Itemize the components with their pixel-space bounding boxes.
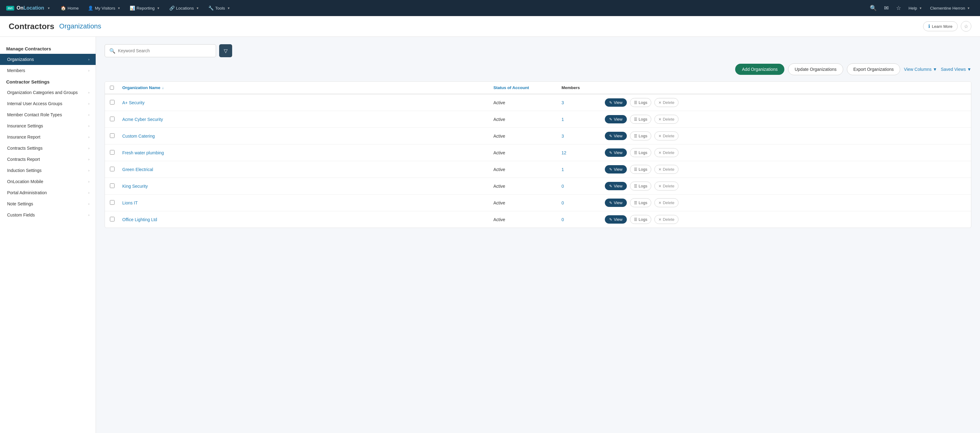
members-count[interactable]: 0 bbox=[562, 200, 564, 205]
help-menu[interactable]: Help ▼ bbox=[905, 3, 925, 13]
logo-dropdown-arrow[interactable]: ▼ bbox=[47, 6, 50, 10]
logs-label: Logs bbox=[639, 133, 647, 138]
bookmark-page-button[interactable]: ☆ bbox=[961, 21, 971, 32]
org-name-link[interactable]: Custom Catering bbox=[122, 133, 155, 138]
row-select-checkbox[interactable] bbox=[110, 150, 115, 155]
row-actions: ✎ View ☰ Logs ✕ Delete bbox=[600, 165, 971, 174]
sidebar-item-member-contact-roles[interactable]: Member Contact Role Types › bbox=[0, 109, 95, 120]
sort-icon[interactable]: ↓ bbox=[162, 86, 164, 90]
chevron-right-icon: › bbox=[88, 135, 89, 139]
sidebar-item-organizations[interactable]: Organizations › bbox=[0, 54, 95, 65]
sidebar-item-custom-fields[interactable]: Custom Fields › bbox=[0, 209, 95, 220]
members-count[interactable]: 12 bbox=[562, 150, 566, 155]
delete-button[interactable]: ✕ Delete bbox=[654, 215, 679, 224]
logs-button[interactable]: ☰ Logs bbox=[630, 132, 651, 140]
sidebar-item-insurance-settings[interactable]: Insurance Settings › bbox=[0, 120, 95, 132]
delete-button[interactable]: ✕ Delete bbox=[654, 165, 679, 174]
sidebar-item-contracts-report[interactable]: Contracts Report › bbox=[0, 154, 95, 165]
row-select-checkbox[interactable] bbox=[110, 200, 115, 205]
sidebar-item-internal-user-access[interactable]: Internal User Access Groups › bbox=[0, 98, 95, 109]
logs-button[interactable]: ☰ Logs bbox=[630, 198, 651, 207]
update-organizations-button[interactable]: Update Organizations bbox=[788, 63, 843, 75]
row-select-checkbox[interactable] bbox=[110, 117, 115, 121]
logs-button[interactable]: ☰ Logs bbox=[630, 182, 651, 190]
nav-home[interactable]: 🏠 Home bbox=[57, 3, 82, 13]
edit-icon: ✎ bbox=[609, 100, 612, 105]
delete-button[interactable]: ✕ Delete bbox=[654, 98, 679, 107]
user-menu[interactable]: Clementine Herron ▼ bbox=[926, 3, 974, 13]
filter-button[interactable]: ▽ bbox=[219, 44, 232, 57]
sidebar-item-insurance-report[interactable]: Insurance Report › bbox=[0, 132, 95, 143]
table-row: King Security Active 0 ✎ View ☰ Logs ✕ D… bbox=[105, 178, 971, 195]
row-select-checkbox[interactable] bbox=[110, 217, 115, 222]
sidebar-internal-user-label: Internal User Access Groups bbox=[7, 101, 62, 106]
row-actions: ✎ View ☰ Logs ✕ Delete bbox=[600, 115, 971, 124]
row-select-checkbox[interactable] bbox=[110, 167, 115, 171]
view-button[interactable]: ✎ View bbox=[605, 132, 627, 140]
view-columns-button[interactable]: View Columns ▼ bbox=[904, 67, 937, 72]
sidebar-item-portal-admin[interactable]: Portal Administration › bbox=[0, 187, 95, 198]
help-dropdown-arrow: ▼ bbox=[919, 6, 922, 10]
org-name-link[interactable]: King Security bbox=[122, 184, 148, 189]
export-organizations-button[interactable]: Export Organizations bbox=[847, 63, 900, 75]
view-button[interactable]: ✎ View bbox=[605, 149, 627, 157]
nav-reporting[interactable]: 📊 Reporting ▼ bbox=[126, 3, 164, 13]
delete-button[interactable]: ✕ Delete bbox=[654, 115, 679, 124]
view-button[interactable]: ✎ View bbox=[605, 165, 627, 173]
row-members: 1 bbox=[557, 167, 600, 172]
sidebar-item-onlocation-mobile[interactable]: OnLocation Mobile › bbox=[0, 176, 95, 187]
delete-button[interactable]: ✕ Delete bbox=[654, 198, 679, 207]
sidebar-item-note-settings[interactable]: Note Settings › bbox=[0, 198, 95, 209]
logs-button[interactable]: ☰ Logs bbox=[630, 115, 651, 124]
nav-locations[interactable]: 🔗 Locations ▼ bbox=[165, 3, 203, 13]
view-button[interactable]: ✎ View bbox=[605, 98, 627, 107]
logs-button[interactable]: ☰ Logs bbox=[630, 148, 651, 157]
org-name-link[interactable]: Green Electrical bbox=[122, 167, 153, 172]
row-checkbox bbox=[105, 150, 117, 155]
learn-more-button[interactable]: ℹ Learn More bbox=[923, 21, 958, 31]
org-name-link[interactable]: Fresh water plumbing bbox=[122, 150, 164, 155]
members-count[interactable]: 1 bbox=[562, 167, 564, 172]
delete-label: Delete bbox=[663, 184, 675, 188]
row-select-checkbox[interactable] bbox=[110, 133, 115, 138]
search-icon-btn[interactable]: 🔍 bbox=[867, 2, 880, 14]
search-input[interactable] bbox=[118, 48, 212, 53]
members-count[interactable]: 0 bbox=[562, 217, 564, 222]
delete-label: Delete bbox=[663, 167, 675, 172]
members-count[interactable]: 3 bbox=[562, 100, 564, 105]
view-button[interactable]: ✎ View bbox=[605, 215, 627, 224]
saved-views-button[interactable]: Saved Views ▼ bbox=[941, 67, 971, 72]
sidebar-item-org-categories[interactable]: Organization Categories and Groups › bbox=[0, 87, 95, 98]
logs-button[interactable]: ☰ Logs bbox=[630, 165, 651, 174]
row-select-checkbox[interactable] bbox=[110, 100, 115, 105]
row-org-name: Fresh water plumbing bbox=[117, 150, 488, 155]
row-select-checkbox[interactable] bbox=[110, 183, 115, 188]
org-name-link[interactable]: Acme Cyber Security bbox=[122, 117, 163, 122]
view-button[interactable]: ✎ View bbox=[605, 198, 627, 207]
delete-button[interactable]: ✕ Delete bbox=[654, 148, 679, 157]
org-name-link[interactable]: A+ Security bbox=[122, 100, 145, 105]
sidebar-item-members[interactable]: Members › bbox=[0, 65, 95, 76]
nav-tools[interactable]: 🔧 Tools ▼ bbox=[205, 3, 234, 13]
view-button[interactable]: ✎ View bbox=[605, 115, 627, 124]
logs-button[interactable]: ☰ Logs bbox=[630, 98, 651, 107]
view-button[interactable]: ✎ View bbox=[605, 182, 627, 190]
delete-button[interactable]: ✕ Delete bbox=[654, 132, 679, 140]
chevron-right-icon: › bbox=[88, 69, 89, 72]
select-all-checkbox[interactable] bbox=[110, 86, 114, 90]
app-logo[interactable]: mri OnLocation ▼ bbox=[6, 5, 50, 11]
sidebar-item-contracts-settings[interactable]: Contracts Settings › bbox=[0, 143, 95, 154]
delete-button[interactable]: ✕ Delete bbox=[654, 182, 679, 190]
members-count[interactable]: 1 bbox=[562, 117, 564, 122]
add-organizations-button[interactable]: Add Organizations bbox=[735, 64, 784, 75]
nav-my-visitors[interactable]: 👤 My Visitors ▼ bbox=[84, 3, 124, 13]
mail-icon-btn[interactable]: ✉ bbox=[881, 2, 892, 14]
x-icon: ✕ bbox=[659, 151, 662, 155]
members-count[interactable]: 0 bbox=[562, 184, 564, 189]
org-name-link[interactable]: Office Lighting Ltd bbox=[122, 217, 157, 222]
members-count[interactable]: 3 bbox=[562, 133, 564, 138]
logs-button[interactable]: ☰ Logs bbox=[630, 215, 651, 224]
org-name-link[interactable]: Lions IT bbox=[122, 200, 138, 205]
sidebar-item-induction-settings[interactable]: Induction Settings › bbox=[0, 165, 95, 176]
bookmark-icon-btn[interactable]: ☆ bbox=[893, 2, 904, 14]
